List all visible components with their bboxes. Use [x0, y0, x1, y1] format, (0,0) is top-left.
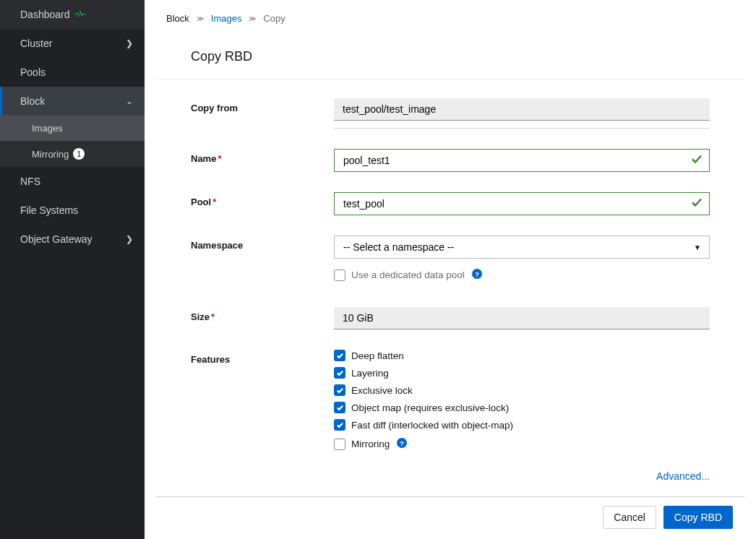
- form-footer: Cancel Copy RBD: [156, 496, 744, 538]
- copy-from-label: Copy from: [191, 98, 334, 129]
- sidebar-sub-mirroring[interactable]: Mirroring 1: [0, 141, 145, 167]
- dedicated-pool-checkbox[interactable]: [334, 270, 345, 281]
- sidebar-item-label: Images: [32, 123, 63, 134]
- breadcrumb-current: Copy: [263, 13, 285, 24]
- sidebar-item-label: Object Gateway: [20, 233, 93, 245]
- form-card: Copy RBD Copy from Name*: [156, 37, 744, 496]
- chevron-down-icon: ⌄: [126, 96, 133, 106]
- sidebar: Dashboard Cluster ❯ Pools Block ⌄ Images…: [0, 0, 145, 539]
- sidebar-item-block[interactable]: Block ⌄: [0, 87, 145, 116]
- sidebar-sub-images[interactable]: Images: [0, 116, 145, 141]
- svg-text:?: ?: [400, 439, 404, 447]
- copy-from-input: [334, 98, 710, 121]
- namespace-label: Namespace: [191, 236, 334, 259]
- sidebar-item-object-gateway[interactable]: Object Gateway ❯: [0, 225, 145, 254]
- cancel-button[interactable]: Cancel: [603, 506, 656, 529]
- feature-label: Object map (requires exclusive-lock): [351, 402, 509, 413]
- sidebar-item-filesystems[interactable]: File Systems: [0, 196, 145, 225]
- feature-deep-flatten-checkbox[interactable]: [334, 350, 345, 361]
- advanced-link[interactable]: Advanced...: [191, 470, 710, 482]
- features-list: Deep flatten Layering Exclusive lock: [334, 350, 710, 463]
- name-label: Name*: [191, 149, 334, 172]
- help-icon[interactable]: ?: [472, 269, 482, 281]
- breadcrumb-root: Block: [166, 13, 189, 24]
- sidebar-item-label: Mirroring: [32, 149, 69, 160]
- breadcrumb-separator: ≫: [249, 14, 256, 22]
- page-title: Copy RBD: [156, 38, 744, 79]
- svg-text:?: ?: [475, 270, 479, 278]
- sidebar-item-label: Cluster: [20, 38, 52, 49]
- main-content: Block ≫ Images ≫ Copy Copy RBD Copy from…: [145, 0, 756, 539]
- sidebar-item-label: Block: [20, 95, 45, 107]
- sidebar-item-nfs[interactable]: NFS: [0, 167, 145, 196]
- size-label: Size*: [191, 307, 334, 329]
- breadcrumb-separator: ≫: [197, 14, 204, 22]
- submit-button[interactable]: Copy RBD: [663, 506, 733, 529]
- mirroring-badge: 1: [73, 148, 85, 160]
- feature-label: Deep flatten: [351, 350, 404, 361]
- name-input[interactable]: [334, 149, 710, 172]
- size-input: [334, 307, 710, 329]
- breadcrumb: Block ≫ Images ≫ Copy: [145, 0, 756, 37]
- feature-label: Fast diff (interlocked with object-map): [351, 420, 513, 431]
- chevron-right-icon: ❯: [126, 38, 133, 48]
- pool-label: Pool*: [191, 192, 334, 215]
- sidebar-item-label: File Systems: [20, 204, 78, 216]
- dedicated-pool-label: Use a dedicated data pool: [351, 270, 465, 280]
- sidebar-item-dashboard[interactable]: Dashboard: [0, 0, 145, 29]
- heartbeat-icon: [74, 9, 86, 20]
- feature-fast-diff-checkbox[interactable]: [334, 419, 345, 431]
- mirroring-checkbox[interactable]: [334, 439, 345, 450]
- feature-object-map-checkbox[interactable]: [334, 402, 345, 413]
- namespace-select[interactable]: -- Select a namespace --: [334, 236, 710, 259]
- sidebar-item-pools[interactable]: Pools: [0, 58, 145, 87]
- feature-label: Layering: [351, 368, 389, 379]
- sidebar-item-label: Dashboard: [20, 9, 70, 20]
- help-icon[interactable]: ?: [397, 438, 407, 450]
- mirroring-label: Mirroring: [351, 439, 390, 449]
- feature-exclusive-lock-checkbox[interactable]: [334, 384, 345, 396]
- sidebar-item-label: NFS: [20, 176, 40, 187]
- pool-input[interactable]: [334, 192, 710, 215]
- features-label: Features: [191, 350, 334, 463]
- sidebar-item-cluster[interactable]: Cluster ❯: [0, 29, 145, 58]
- sidebar-item-label: Pools: [20, 66, 46, 78]
- chevron-right-icon: ❯: [126, 234, 133, 244]
- feature-layering-checkbox[interactable]: [334, 367, 345, 379]
- feature-label: Exclusive lock: [351, 385, 413, 396]
- breadcrumb-images-link[interactable]: Images: [211, 13, 242, 24]
